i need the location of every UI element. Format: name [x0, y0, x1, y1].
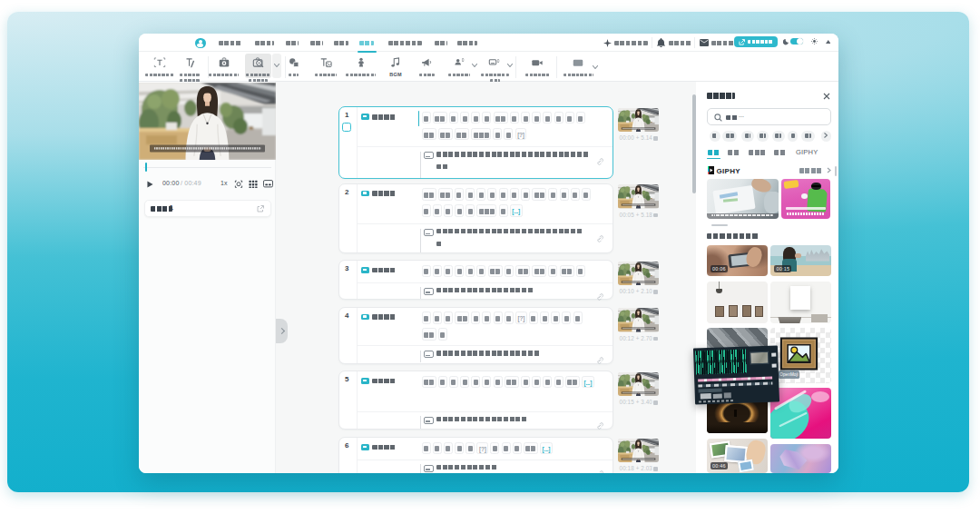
- svg-text:0: 0: [462, 58, 465, 63]
- svg-text:0: 0: [497, 59, 500, 64]
